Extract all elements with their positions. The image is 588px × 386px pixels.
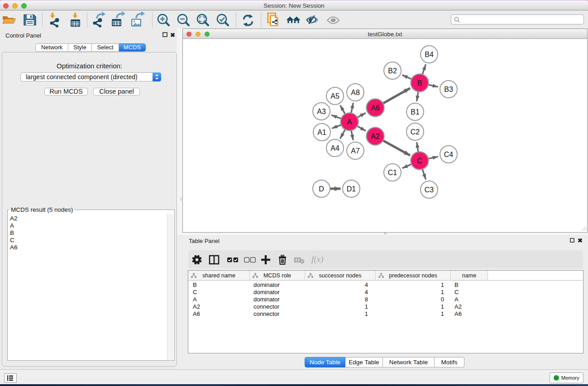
svg-text:A8: A8 — [351, 89, 360, 96]
svg-text:D1: D1 — [347, 185, 356, 193]
svg-text:A5: A5 — [330, 92, 339, 100]
svg-text:A2: A2 — [371, 133, 380, 140]
svg-text:D: D — [319, 185, 324, 193]
svg-text:C: C — [417, 157, 422, 165]
svg-text:C1: C1 — [388, 169, 397, 176]
svg-text:B1: B1 — [411, 108, 420, 116]
svg-text:B: B — [417, 79, 422, 87]
svg-text:A3: A3 — [317, 108, 326, 115]
svg-text:A6: A6 — [371, 104, 380, 112]
svg-text:B2: B2 — [388, 67, 397, 75]
svg-text:A7: A7 — [351, 147, 360, 155]
svg-text:A4: A4 — [330, 144, 339, 152]
svg-text:A1: A1 — [317, 129, 326, 136]
svg-text:C4: C4 — [444, 151, 454, 158]
svg-text:A: A — [347, 118, 352, 126]
svg-text:B4: B4 — [425, 51, 434, 58]
svg-text:C3: C3 — [425, 186, 434, 194]
svg-text:C2: C2 — [411, 128, 420, 136]
svg-text:B3: B3 — [444, 86, 453, 93]
